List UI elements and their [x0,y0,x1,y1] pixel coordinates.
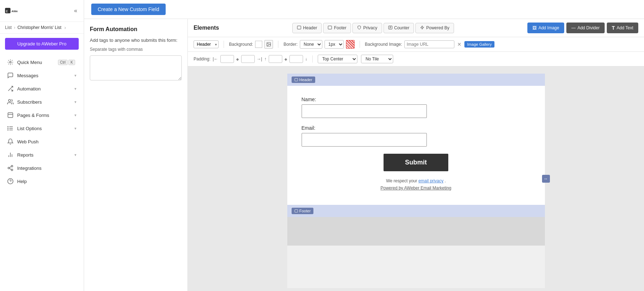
add-divider-button[interactable]: — Add Divider [566,23,605,33]
collapse-sidebar-button[interactable]: « [73,6,79,15]
main-area: Create a New Custom Field Form Automatio… [84,0,644,291]
toolbar-row: Header Background: Border: [188,37,644,52]
pages-forms-label: Pages & Forms [17,113,71,118]
privacy-text: We respect your email privacy . [302,178,531,183]
sidebar-item-quick-menu[interactable]: Quick Menu Ctrl K [2,56,82,69]
header-tab-label: Header [303,25,317,30]
form-preview: Header Name: Email: Submit We respect yo… [287,74,545,288]
privacy-tab-label: Privacy [363,25,377,30]
sidebar-item-subscribers[interactable]: Subscribers ▾ [2,95,82,108]
resize-handle[interactable]: ↔ [542,175,550,183]
tile-select[interactable]: No Tile [361,55,393,63]
sidebar-item-automation[interactable]: Automation ▾ [2,82,82,95]
toolbar-divider-4 [312,55,313,63]
footer-tab-icon [328,25,332,31]
svg-point-18 [8,167,10,169]
elements-title: Elements [194,25,219,31]
email-field-label: Email: [302,125,531,131]
padding-group: Padding: |← 20 ◆ 20 →| ↑ 40 ◆ 20 ↓ [194,55,307,63]
position-select[interactable]: Top Center [318,55,357,63]
add-image-icon: 🖼 [532,25,537,30]
powered-by-link[interactable]: Powered by AWeber Email Marketing [380,186,451,191]
bg-image-clear-button[interactable]: ✕ [457,41,462,47]
svg-point-32 [268,43,268,44]
create-custom-field-button[interactable]: Create a New Custom Field [91,4,166,15]
logo: (( AWeber [5,4,18,17]
padding-left-input[interactable]: 20 [220,55,234,63]
form-header-section[interactable]: Header [287,74,545,86]
breadcrumb-current[interactable]: Christopher Morris' List [18,25,62,30]
reports-label: Reports [17,152,71,158]
sidebar-item-web-push[interactable]: Web Push [2,135,82,148]
sidebar-item-messages[interactable]: Messages ▾ [2,69,82,82]
upgrade-button[interactable]: Upgrade to AWeber Pro [5,38,79,50]
border-select[interactable]: None [300,40,322,49]
form-canvas: Header Name: Email: Submit We respect yo… [188,66,644,291]
privacy-period: . [445,178,446,183]
sidebar-item-list-options[interactable]: List Options ▾ [2,122,82,135]
padding-dot-2: ◆ [284,57,287,61]
padding-up-arrow: ↑ [264,56,267,61]
web-push-icon [7,138,14,145]
toolbar-divider-3 [360,41,360,48]
padding-right-input[interactable]: 40 [269,55,282,63]
sidebar-item-integrations[interactable]: Integrations [2,162,82,174]
svg-rect-34 [294,209,297,212]
add-text-label: Add Text [617,25,633,30]
background-group: Background: [229,40,273,49]
svg-text:((: (( [6,9,8,13]
padding-down-arrow: ↓ [305,56,307,61]
reports-icon [7,152,14,158]
integrations-label: Integrations [17,166,77,171]
tags-input[interactable] [90,55,182,80]
background-color-picker[interactable] [255,41,262,48]
subscribers-chevron: ▾ [74,100,77,104]
add-text-button[interactable]: T Add Text [607,23,638,33]
messages-icon [7,72,14,79]
svg-point-6 [9,99,11,102]
border-color-picker[interactable] [346,40,355,49]
svg-point-17 [11,166,13,167]
privacy-link[interactable]: email privacy [418,178,443,183]
reports-chevron: ▾ [74,153,77,157]
tab-counter[interactable]: Counter [384,23,414,33]
name-field-input[interactable] [302,104,427,118]
submit-button[interactable]: Submit [384,154,448,171]
add-image-button[interactable]: 🖼 Add Image [527,23,564,33]
powered-by-tab-label: Powered By [426,25,449,30]
border-px-select[interactable]: 1px [325,40,344,49]
image-gallery-button[interactable]: Image Gallery [464,41,494,48]
integrations-icon [7,165,14,171]
header-tab-icon [297,25,301,31]
add-divider-icon: — [571,25,576,30]
svg-marker-30 [421,26,424,29]
automation-icon [7,85,14,92]
topbar: Create a New Custom Field [84,0,644,19]
form-automation-title: Form Automation [90,26,182,33]
svg-rect-33 [294,78,297,81]
breadcrumb-list[interactable]: List [5,25,12,30]
padding-top-input[interactable]: 20 [241,55,255,63]
privacy-text-prefix: We respect your [386,178,417,183]
tab-privacy[interactable]: Privacy [352,23,382,33]
background-image-toggle[interactable] [264,40,273,49]
header-badge: Header [292,77,315,83]
tab-powered-by[interactable]: Powered By [415,23,454,33]
breadcrumb: List › Christopher Morris' List › [0,22,84,34]
section-select[interactable]: Header [194,40,219,48]
sidebar-item-reports[interactable]: Reports ▾ [2,148,82,161]
form-footer-section[interactable]: Footer [287,205,545,217]
bg-image-url-input[interactable] [404,40,454,48]
svg-point-13 [8,130,9,130]
svg-point-11 [8,127,9,127]
tab-footer[interactable]: Footer [323,23,351,33]
tab-header[interactable]: Header [292,23,322,33]
breadcrumb-arrow[interactable]: › [64,25,66,30]
email-field-input[interactable] [302,133,427,147]
padding-bottom-input[interactable]: 20 [289,55,303,63]
sidebar-item-help[interactable]: Help [2,175,82,188]
sidebar-nav: Quick Menu Ctrl K Messages ▾ Automation … [0,54,84,291]
svg-text:AWeber: AWeber [11,10,18,13]
sidebar-item-pages-forms[interactable]: Pages & Forms ▾ [2,109,82,122]
help-icon [7,178,14,184]
